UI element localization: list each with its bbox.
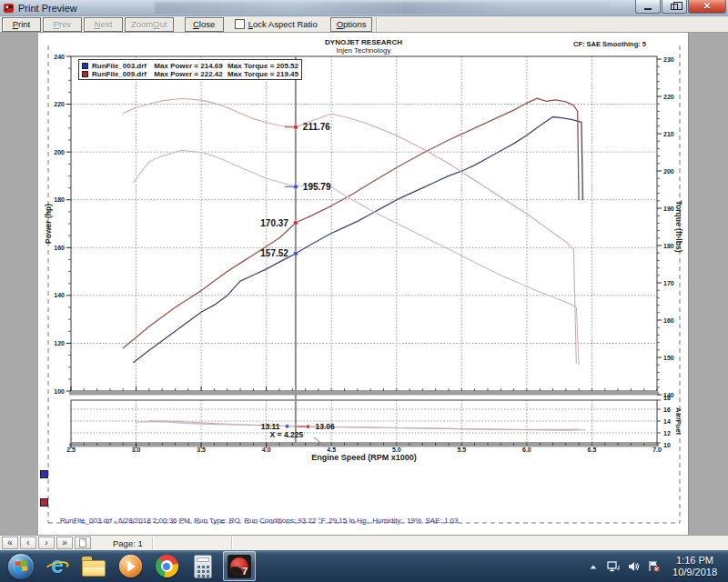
report-page: 2.53.03.54.04.55.05.56.06.57.01001201401… [38,33,689,535]
taskbar-item-chrome[interactable] [150,551,183,581]
run2-color-swatch [82,71,88,77]
svg-text:150: 150 [663,355,674,361]
lock-aspect-ratio-label: Lock Aspect Ratio [248,19,318,29]
options-button[interactable]: Options [330,17,373,32]
svg-text:4.5: 4.5 [327,447,336,453]
svg-text:3.5: 3.5 [197,447,206,453]
taskbar-item-calculator[interactable] [187,551,219,581]
clock-date: 10/9/2018 [672,567,717,578]
taskbar-item-media-player[interactable] [114,551,147,581]
svg-text:16: 16 [663,406,671,413]
run2-max-power: Max Power = 222.42 [154,70,228,78]
svg-text:3.0: 3.0 [132,447,141,453]
page-setup-button[interactable] [75,537,91,549]
svg-text:6.5: 6.5 [588,447,597,453]
run2-max-torque: Max Torque = 219.45 [228,70,298,78]
svg-text:Engine Speed (RPM x1000): Engine Speed (RPM x1000) [311,453,417,462]
dyno-chart: 2.53.03.54.04.55.05.56.06.57.01001201401… [38,33,689,535]
correction-factor-label: CF: SAE Smoothing: 5 [573,40,646,48]
close-window-button[interactable]: ✕ [688,0,726,14]
chart-legend: RunFile_003.drf Max Power = 214.69 Max T… [78,59,302,80]
run1-max-power: Max Power = 214.69 [154,62,228,70]
svg-text:5.0: 5.0 [392,447,401,453]
folder-icon [82,560,106,577]
calculator-icon [194,555,212,578]
svg-text:18: 18 [663,395,671,401]
taskbar-item-dynojet-winpep[interactable]: 7 [223,551,256,581]
svg-text:195.79: 195.79 [303,182,331,192]
svg-text:140: 140 [54,292,65,298]
minimize-button[interactable] [635,0,661,14]
first-page-button[interactable]: « [2,537,18,549]
taskbar-item-windows-explorer[interactable] [77,551,110,581]
print-button[interactable]: Print [2,17,41,32]
svg-text:190: 190 [663,206,674,212]
action-center-flag-icon[interactable] [647,559,660,574]
last-page-button[interactable]: » [56,537,73,549]
run1-swatch [40,470,48,478]
svg-text:100: 100 [54,388,65,395]
lock-aspect-ratio-checkbox[interactable] [235,19,245,29]
close-button[interactable]: Close [185,17,224,32]
svg-text:10: 10 [663,442,671,448]
svg-text:4.0: 4.0 [262,447,271,453]
dynojet-winpep-icon: 7 [228,555,251,578]
svg-text:180: 180 [663,243,674,249]
legend-row: RunFile_003.drf Max Power = 214.69 Max T… [82,62,298,70]
prev-page-button[interactable]: ‹ [20,537,36,549]
svg-text:220: 220 [663,94,674,100]
volume-icon[interactable] [627,559,640,574]
system-tray: 1:16 PM 10/9/2018 [587,555,728,578]
prev-button[interactable]: Prev [43,17,82,32]
run2-swatch [40,498,48,507]
zoom-out-button[interactable]: Zoom Out [125,17,174,32]
taskbar-item-internet-explorer[interactable]: e [41,551,74,581]
svg-text:230: 230 [663,56,674,63]
statusbar-divider [231,537,232,549]
run1-max-torque: Max Torque = 205.52 [228,62,298,70]
svg-text:5.5: 5.5 [457,447,466,453]
svg-text:210: 210 [663,131,674,137]
svg-text:Air/Fuel: Air/Fuel [674,407,682,435]
svg-text:157.52: 157.52 [260,248,288,258]
legend-row: RunFile_009.drf Max Power = 222.42 Max T… [82,70,298,78]
svg-text:14: 14 [663,418,671,425]
start-button[interactable] [5,551,37,581]
taskbar: e 7 [0,550,728,582]
run1-color-swatch [82,63,88,69]
svg-text:200: 200 [54,149,65,156]
windows-start-icon [8,554,34,579]
restore-icon [671,4,678,10]
dynojet-app-icon [4,3,15,14]
page-indicator: Page: 1 [104,537,152,550]
status-bar: «‹›» Page: 1 [0,535,728,550]
next-button[interactable]: Next [84,17,123,32]
svg-text:Torque (ft-lbs): Torque (ft-lbs) [674,201,683,253]
svg-text:6.0: 6.0 [522,447,531,453]
restore-button[interactable] [662,0,687,14]
show-hidden-icons-button[interactable] [587,559,600,574]
close-icon: ✕ [703,2,711,11]
svg-text:170.37: 170.37 [260,218,288,228]
svg-text:170: 170 [663,280,674,286]
preview-area: 2.53.03.54.04.55.05.56.06.57.01001201401… [0,33,728,535]
network-icon[interactable] [607,559,620,574]
svg-text:12: 12 [663,430,671,436]
media-player-icon [119,555,142,577]
svg-text:211.76: 211.76 [303,122,330,132]
clock[interactable]: 1:16 PM 10/9/2018 [667,555,723,578]
toolbar: PrintPrevNextZoom OutClose Lock Aspect R… [0,16,728,33]
chrome-icon [156,555,178,577]
svg-text:220: 220 [54,101,65,107]
run2-file-label: RunFile_009.drf [92,70,154,78]
window-title: Print Preview [18,3,77,14]
statusbar-cell [153,537,231,550]
toolbar-separator [376,17,377,32]
clock-time: 1:16 PM [672,555,717,567]
page-icon [79,538,86,547]
svg-text:160: 160 [54,245,65,251]
svg-text:180: 180 [54,196,65,203]
svg-text:200: 200 [663,168,674,175]
next-page-button[interactable]: › [38,537,55,549]
minimize-icon [644,8,652,10]
